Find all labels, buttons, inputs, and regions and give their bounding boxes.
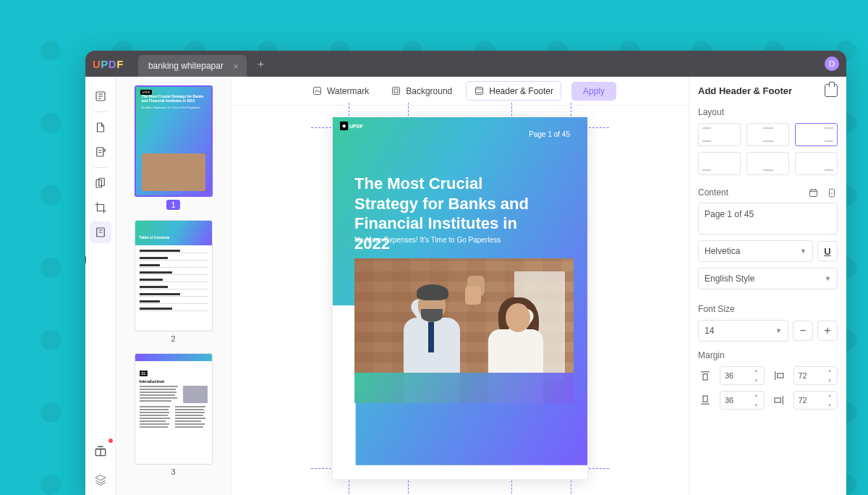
layers-button[interactable] [90,469,111,491]
header-footer-icon [474,85,485,96]
font-select[interactable]: Helvetica ▼ [698,240,813,262]
properties-panel: Add Header & Footer Layout Content [689,77,846,495]
decrease-button[interactable]: − [793,321,813,341]
svg-rect-1 [96,148,103,156]
btn-label: Header & Footer [489,86,553,96]
layout-grid [698,123,838,175]
header-footer-button[interactable]: Header & Footer [466,81,561,101]
main-area: UPDF The Most Crucial Strategy for Banks… [85,77,846,495]
save-template-icon[interactable] [825,84,838,97]
margin-top-input[interactable]: 36▲▼ [720,366,765,385]
reader-tool[interactable] [90,85,111,107]
page-number-icon[interactable] [826,187,838,198]
edit-tool[interactable] [90,141,111,163]
thumbnail-2[interactable]: Table of Contents [135,220,213,331]
content-input[interactable]: Page 1 of 45 [698,203,838,234]
rail-indicator [85,256,86,263]
svg-rect-10 [809,190,817,196]
svg-rect-12 [703,374,707,380]
app-window: UPDF banking whitepapar × ＋ D [85,51,846,495]
chevron-down-icon: ▼ [825,275,831,282]
thumb-number-3: 3 [171,468,175,476]
background-icon [391,85,401,96]
underline-button[interactable]: U [817,241,838,261]
chevron-down-icon: ▼ [800,248,807,255]
avatar[interactable]: D [825,56,839,71]
increase-button[interactable]: + [817,321,838,341]
font-value: Helvetica [705,246,740,256]
svg-rect-14 [703,396,707,402]
page-stage[interactable]: ◆UPDF Page 1 of 45 The Most Crucial Stra… [231,106,689,495]
page-tools-bar: Watermark Background Header & Footer App… [231,77,689,106]
margin-right-icon [772,393,786,407]
watermark-icon [312,85,323,96]
page-preview: ◆UPDF Page 1 of 45 The Most Crucial Stra… [333,117,587,479]
highlight-tool[interactable] [90,117,111,138]
header-text: Page 1 of 45 [529,130,570,138]
margin-bottom-input[interactable]: 36▲▼ [720,391,765,410]
margin-right-input[interactable]: 72▲▼ [793,391,838,410]
number-style-select[interactable]: English Style ▼ [698,268,838,289]
svg-rect-11 [830,189,835,197]
organize-tool[interactable] [90,172,111,194]
layout-opt-3[interactable] [795,123,838,146]
margin-label: Margin [698,350,838,360]
hero-image [354,258,574,403]
thumb-sub: No More Expenses! It's Time to Go Paperl… [136,104,211,111]
btn-label: Background [406,86,452,96]
close-icon[interactable]: × [231,61,241,71]
date-icon[interactable] [807,187,819,198]
layout-opt-2[interactable] [746,123,789,146]
crop-tool[interactable] [90,197,111,219]
app-logo: UPDF [93,58,124,70]
new-tab-button[interactable]: ＋ [252,55,270,72]
page-subtitle: No More Expenses! It's Time to Go Paperl… [354,236,501,244]
panel-title: Add Header & Footer [698,85,792,96]
layout-opt-4[interactable] [698,152,741,175]
gift-button[interactable] [90,440,111,462]
chevron-down-icon: ▼ [775,327,782,334]
page-logo: ◆UPDF [340,122,363,130]
thumb-number-1: 1 [166,200,179,210]
apply-button[interactable]: Apply [571,82,616,101]
thumbnail-strip: UPDF The Most Crucial Strategy for Banks… [116,77,231,495]
svg-rect-8 [394,89,398,93]
tab-title: banking whitepapar [148,61,224,71]
svg-rect-9 [476,88,483,95]
btn-label: Watermark [327,86,369,96]
svg-rect-7 [393,88,400,95]
background-button[interactable]: Background [383,81,460,101]
margin-bottom-icon [698,393,712,407]
thumbnail-3[interactable]: 01 Introduction [135,353,213,465]
svg-rect-15 [775,398,780,402]
thumb-number-2: 2 [171,334,175,343]
font-size-select[interactable]: 14 ▼ [698,320,788,342]
size-value: 14 [705,326,714,336]
margin-top-icon [698,368,712,383]
layout-opt-6[interactable] [795,152,838,175]
chapter-title: Introduction [140,379,208,384]
font-size-label: Font Size [698,304,838,314]
titlebar: UPDF banking whitepapar × ＋ D [85,51,846,77]
chapter-num: 01 [140,371,148,376]
margin-left-input[interactable]: 72▲▼ [793,366,838,385]
document-tab[interactable]: banking whitepapar × [138,55,247,77]
margin-left-icon [772,368,786,383]
layout-opt-5[interactable] [746,152,789,175]
canvas: Watermark Background Header & Footer App… [231,77,689,495]
toc-title: Table of Contents [135,221,212,240]
tool-rail [85,77,116,495]
watermark-button[interactable]: Watermark [304,81,377,101]
style-value: English Style [705,274,754,284]
layout-label: Layout [698,107,838,117]
page-tools[interactable] [90,221,111,243]
svg-rect-13 [777,373,783,378]
layout-opt-1[interactable] [698,123,741,146]
notification-badge [109,439,113,443]
thumbnail-1[interactable]: UPDF The Most Crucial Strategy for Banks… [135,85,213,197]
content-label: Content [698,187,728,198]
